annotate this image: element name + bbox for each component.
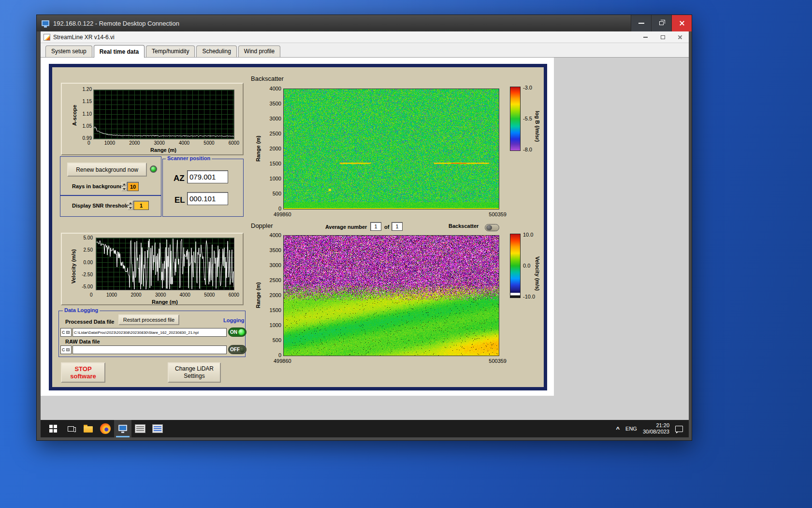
spinner-up-icon[interactable] [128,201,133,205]
tick-label: 10.0 [523,232,542,238]
windows-logo-icon [49,425,57,433]
tick-label: 500 [273,337,281,343]
drive-letter: C [62,330,65,335]
tick-label: 500 [273,191,281,196]
tick-label: 0 [278,352,281,358]
tick-label: 2000 [270,292,281,298]
stop-software-button[interactable]: STOP software [61,362,105,383]
tab-wind-profile[interactable]: Wind profile [238,45,280,57]
tick-label: 1500 [270,161,281,166]
spinner-up-icon[interactable] [121,182,127,186]
snr-spinner[interactable] [128,201,133,210]
rdp-restore-button[interactable] [651,15,671,31]
tick-label: 1000 [106,292,117,298]
tray-chevron-icon[interactable]: ^ [616,425,620,433]
toggle-knob-icon [240,346,245,353]
doppler-colorbar [510,234,521,298]
rdp-app-button[interactable] [114,420,131,437]
language-indicator[interactable]: ENG [625,426,637,432]
app-window-icon [135,424,145,433]
pinned-app-button-1[interactable] [131,420,149,437]
main-panel-frame: A-scope 1.201.151.101.050.99 01000200030… [49,64,547,390]
rays-in-background-field[interactable]: 10 [127,182,139,191]
notification-icon[interactable] [675,426,683,432]
tick-label: 5.00 [84,235,93,240]
backscatter-heatmap [283,89,499,209]
tick-label: 3500 [270,247,281,253]
doppler-title: Doppler [251,222,273,229]
backscatter-title: Backscatter [251,75,284,82]
tick-label: -5.00 [82,284,93,289]
processed-path-field[interactable]: C:\Lidar\Data\Proc\2023\202308\20230830\… [72,328,227,337]
tab-real-time-data[interactable]: Real time data [94,45,145,58]
processed-data-file-label: Processed Data file [65,319,115,325]
start-button[interactable] [44,420,62,437]
panel-canvas: A-scope 1.201.151.101.050.99 01000200030… [41,58,554,396]
tick-label: 4000 [179,140,189,146]
raw-logging-toggle[interactable]: OFF [228,345,246,354]
renew-background-button[interactable]: Renew background now [67,163,147,177]
change-lidar-settings-button[interactable]: Change LiDAR Settings [168,362,221,383]
task-view-icon [68,426,74,432]
average-total-field[interactable]: 1 [392,222,403,231]
taskbar-clock[interactable]: 21:20 30/08/2023 [643,422,669,435]
clock-time: 21:20 [643,422,669,429]
rdp-minimize-button[interactable] [631,15,651,31]
minimize-icon [638,23,644,24]
rdp-titlebar[interactable]: 192.168.0.122 - Remote Desktop Connectio… [37,15,692,31]
renew-led-indicator [150,165,157,173]
tab-system-setup[interactable]: System setup [45,45,92,57]
processed-drive-combo[interactable]: C [60,328,72,337]
file-explorer-button[interactable] [79,420,97,437]
rays-in-background-label: Rays in background [72,183,123,189]
x-start-tick: 499860 [274,211,291,217]
doppler-colorbar-label: Velocity (m/s) [535,244,540,302]
desktop-background: 192.168.0.122 - Remote Desktop Connectio… [0,0,812,508]
raw-path-field[interactable] [72,345,227,354]
remote-session: StreamLine XR v14-6.vi System setupReal … [41,31,689,437]
snr-threshold-field[interactable]: 1 [133,201,149,210]
backscatter-display-toggle[interactable] [485,224,499,231]
tab-temp-humidity[interactable]: Temp/humidity [146,45,195,57]
app-minimize-button[interactable] [637,31,654,43]
data-logging-title: Data Logging [63,307,100,313]
logging-label: Logging [223,317,244,323]
of-label: of [384,224,389,230]
az-value-field: 079.001 [187,170,228,183]
firefox-button[interactable] [97,420,114,437]
toggle-knob-icon [238,329,245,335]
doppler-x-ticks: 499860 500359 [274,358,507,364]
system-tray: ^ ENG 21:20 30/08/2023 [616,422,685,435]
app-restore-button[interactable] [654,31,671,43]
folder-icon [84,426,93,433]
rdp-title: 192.168.0.122 - Remote Desktop Connectio… [53,20,179,27]
ascope-plot [93,90,234,139]
tick-label: 2000 [270,146,281,151]
app-window-buttons [637,31,689,43]
tick-label: -2.50 [82,272,93,277]
velocity-x-axis-label: Range (m) [136,299,194,305]
az-label: AZ [174,174,185,183]
spinner-down-icon[interactable] [121,187,127,191]
backscatter-colorbar-label: log B (/m/sr) [535,97,540,155]
tab-scheduling[interactable]: Scheduling [196,45,236,57]
tick-label: 5000 [204,292,215,298]
rdp-window: 192.168.0.122 - Remote Desktop Connectio… [36,15,692,441]
average-number-field[interactable]: 1 [370,222,381,231]
spinner-down-icon[interactable] [128,206,133,210]
restore-icon [661,35,665,39]
app-title: StreamLine XR v14-6.vi [53,34,115,41]
raw-drive-combo[interactable]: C [60,345,72,354]
restart-processed-file-button[interactable]: Restart processed file [118,314,179,325]
app-titlebar[interactable]: StreamLine XR v14-6.vi [41,31,689,43]
rdp-close-button[interactable] [671,15,692,31]
tick-label: 1000 [270,176,281,181]
taskbar: ^ ENG 21:20 30/08/2023 [41,420,689,437]
task-view-button[interactable] [62,420,79,437]
rays-spinner[interactable] [121,182,127,191]
pinned-app-button-2[interactable] [149,420,166,437]
app-close-button[interactable] [671,31,689,43]
processed-logging-toggle[interactable]: ON [228,328,246,337]
toggle-off-label: OFF [230,347,240,352]
change-button-line2: Settings [184,373,204,380]
